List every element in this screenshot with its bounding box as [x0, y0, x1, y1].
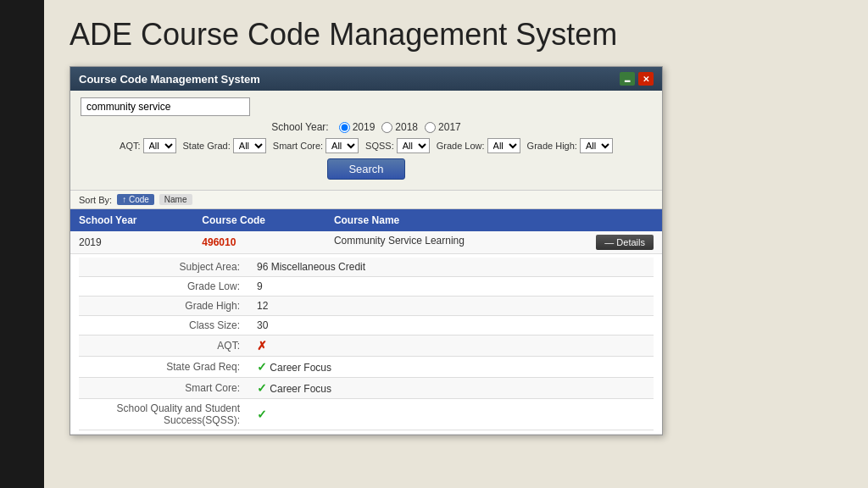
smart-core-detail-value: ✓ Career Focus — [248, 378, 654, 399]
cell-course-name: Community Service Learning — Details — [326, 231, 662, 254]
cell-course-code: 496010 — [193, 231, 326, 254]
state-grad-check-icon: ✓ — [257, 360, 267, 374]
class-size-label: Class Size: — [79, 316, 248, 336]
year-2018-label[interactable]: 2018 — [381, 121, 418, 133]
detail-subject-area: Subject Area: 96 Miscellaneous Credit — [79, 258, 654, 277]
sqss-select[interactable]: All — [397, 138, 430, 153]
minimize-button[interactable]: 🗕 — [620, 72, 635, 86]
smart-core-filter: Smart Core: All — [273, 138, 359, 153]
grade-high-label-detail: Grade High: — [79, 297, 248, 316]
grade-low-value: 9 — [248, 277, 654, 297]
col-course-code: Course Code — [193, 209, 326, 231]
detail-state-grad: State Grad Req: ✓ Career Focus — [79, 357, 654, 378]
main-content: ADE Course Code Management System Course… — [44, 0, 868, 452]
state-grad-detail-label: State Grad Req: — [79, 357, 248, 378]
search-input[interactable] — [81, 97, 250, 116]
search-area: School Year: 2019 2018 2017 AQT: — [70, 91, 662, 191]
table-row: 2019 496010 Community Service Learning —… — [70, 231, 662, 254]
search-btn-row: Search — [81, 158, 652, 180]
grade-high-filter: Grade High: All — [527, 138, 613, 153]
year-2018-radio[interactable] — [381, 122, 392, 133]
detail-grade-low: Grade Low: 9 — [79, 277, 654, 297]
details-button[interactable]: — Details — [596, 235, 654, 250]
aqt-filter: AQT: All — [120, 138, 175, 153]
year-2019-radio[interactable] — [339, 122, 350, 133]
sort-by-label: Sort By: — [79, 195, 112, 205]
subject-area-value: 96 Miscellaneous Credit — [248, 258, 654, 277]
detail-inner-table: Subject Area: 96 Miscellaneous Credit Gr… — [79, 258, 654, 430]
school-year-options: 2019 2018 2017 — [339, 121, 461, 133]
state-grad-label: State Grad: — [183, 141, 231, 151]
left-bar — [0, 0, 44, 488]
school-year-label: School Year: — [271, 121, 328, 133]
year-2017-radio[interactable] — [425, 122, 436, 133]
smart-core-detail-label: Smart Core: — [79, 378, 248, 399]
sqss-label: SQSS: — [365, 141, 394, 151]
grade-low-label: Grade Low: — [437, 141, 485, 151]
aqt-label: AQT: — [120, 141, 140, 151]
grade-low-filter: Grade Low: All — [437, 138, 520, 153]
grade-low-label-detail: Grade Low: — [79, 277, 248, 297]
school-year-row: School Year: 2019 2018 2017 — [81, 121, 652, 133]
subject-area-label: Subject Area: — [79, 258, 248, 277]
detail-class-size: Class Size: 30 — [79, 316, 654, 336]
course-name-text: Community Service Learning — [334, 235, 465, 247]
detail-row-subject-area: Subject Area: 96 Miscellaneous Credit Gr… — [70, 254, 662, 435]
cell-school-year: 2019 — [70, 231, 193, 254]
aqt-cross-icon: ✗ — [257, 339, 267, 352]
smart-core-check-icon: ✓ — [257, 381, 267, 395]
aqt-select[interactable]: All — [143, 138, 176, 153]
col-course-name: Course Name — [326, 209, 662, 231]
state-grad-select[interactable]: All — [233, 138, 266, 153]
year-2017-label[interactable]: 2017 — [425, 121, 461, 133]
year-2019-label[interactable]: 2019 — [339, 121, 376, 133]
grade-high-label: Grade High: — [527, 141, 577, 151]
sqss-detail-value: ✓ — [248, 399, 654, 430]
detail-sqss: School Quality and Student Success(SQSS)… — [79, 399, 654, 430]
close-button[interactable]: ✕ — [638, 72, 654, 86]
filter-row: AQT: All State Grad: All Smart Core: All — [81, 138, 652, 153]
detail-aqt: AQT: ✗ — [79, 336, 654, 357]
sort-by-name-button[interactable]: Name — [159, 194, 192, 205]
class-size-value: 30 — [248, 316, 654, 336]
aqt-detail-value: ✗ — [248, 336, 654, 357]
smart-core-select[interactable]: All — [326, 138, 359, 153]
grade-high-value: 12 — [248, 297, 654, 316]
sqss-detail-label: School Quality and Student Success(SQSS)… — [79, 399, 248, 430]
page-title: ADE Course Code Management System — [70, 17, 843, 53]
sort-by-code-button[interactable]: ↑ Code — [117, 194, 154, 205]
detail-smart-core: Smart Core: ✓ Career Focus — [79, 378, 654, 399]
table-header-row: School Year Course Code Course Name — [70, 209, 662, 231]
col-school-year: School Year — [70, 209, 193, 231]
grade-low-select[interactable]: All — [487, 138, 520, 153]
search-button[interactable]: Search — [327, 158, 404, 180]
title-bar-controls: 🗕 ✕ — [620, 72, 654, 86]
sort-bar: Sort By: ↑ Code Name — [70, 191, 662, 209]
window-title: Course Code Management System — [79, 73, 260, 86]
state-grad-filter: State Grad: All — [183, 138, 266, 153]
grade-high-select[interactable]: All — [580, 138, 613, 153]
detail-grade-high: Grade High: 12 — [79, 297, 654, 316]
app-window: Course Code Management System 🗕 ✕ School… — [70, 66, 663, 435]
course-code-link[interactable]: 496010 — [202, 236, 236, 248]
title-bar: Course Code Management System 🗕 ✕ — [70, 67, 662, 91]
sqss-check-icon: ✓ — [257, 408, 267, 421]
results-table: School Year Course Code Course Name 2019… — [70, 209, 662, 435]
state-grad-detail-value: ✓ Career Focus — [248, 357, 654, 378]
aqt-detail-label: AQT: — [79, 336, 248, 357]
smart-core-label: Smart Core: — [273, 141, 323, 151]
sqss-filter: SQSS: All — [365, 138, 430, 153]
